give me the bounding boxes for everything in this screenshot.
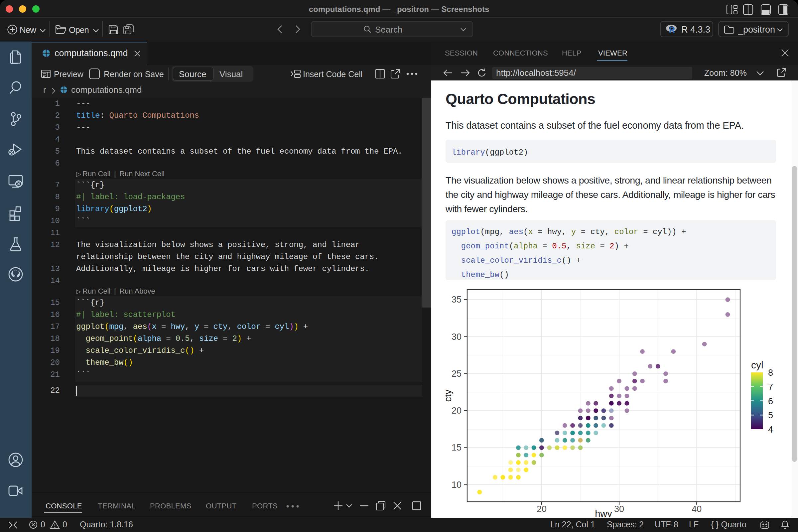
svg-text:30: 30 [614,504,624,514]
svg-text:6: 6 [768,396,773,406]
svg-text:4: 4 [768,424,773,435]
svg-text:25: 25 [452,369,461,379]
svg-text:30: 30 [452,332,461,342]
svg-text:8: 8 [768,368,773,378]
svg-text:hwy: hwy [595,508,612,517]
svg-text:R: R [669,25,675,34]
svg-text:7: 7 [768,382,773,392]
svg-text:10: 10 [452,480,461,490]
svg-text:20: 20 [452,406,461,416]
svg-text:5: 5 [768,410,773,420]
svg-text:35: 35 [452,294,461,305]
svg-text:15: 15 [452,442,461,453]
svg-text:cty: cty [445,390,453,402]
svg-text:cyl: cyl [751,359,763,370]
svg-text:40: 40 [691,504,702,514]
svg-text:20: 20 [537,504,547,514]
